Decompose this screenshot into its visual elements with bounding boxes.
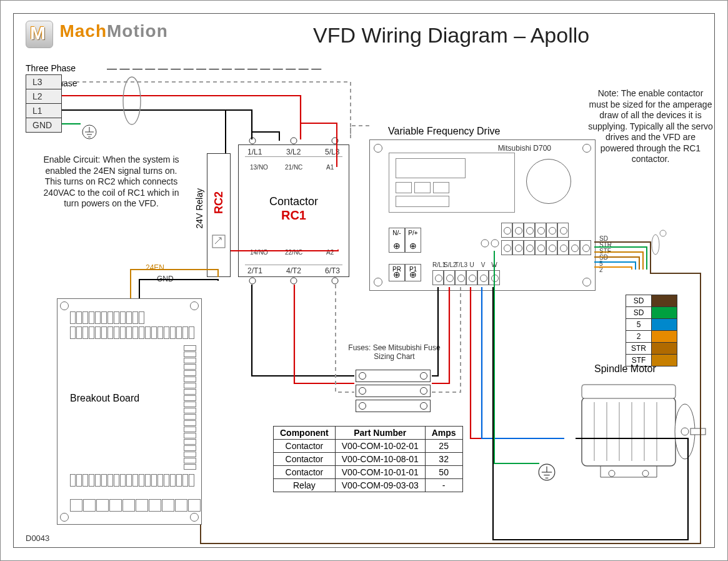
- contactor-term-a2: A2: [326, 249, 334, 256]
- relay-id: RC2: [212, 191, 226, 214]
- contactor-top-studs-icon: [239, 136, 349, 145]
- terminal-l1: L1: [26, 104, 61, 118]
- contactor-term-21nc: 21/NC: [285, 164, 302, 171]
- screw-icon: [190, 301, 199, 310]
- pin-header-icon: [70, 326, 194, 339]
- contactor-term-5l3: 5/L3: [325, 148, 339, 156]
- table-row: ContactorV00-COM-10-02-0125: [274, 440, 463, 453]
- relay-label: 24V Relay: [194, 188, 204, 231]
- svg-point-11: [332, 278, 338, 284]
- vfd-term-rl1: R/L1: [432, 261, 444, 268]
- contactor-sizing-note: Note: The enable contactor must be sized…: [588, 88, 713, 165]
- relay-arrow-icon: [211, 234, 226, 249]
- vfd-dc-terminals: N/- P/+: [389, 228, 421, 253]
- screw-icon: [582, 144, 591, 153]
- three-phase-label: Three Phase: [26, 63, 76, 73]
- svg-point-25: [609, 470, 615, 477]
- svg-rect-14: [582, 397, 676, 466]
- svg-point-9: [249, 278, 256, 284]
- pin-header-icon: [70, 474, 194, 487]
- legend-row: STR: [626, 343, 652, 355]
- legend-row: SD: [626, 295, 652, 307]
- fuse-caption: Fuses: See Mitsubishi Fuse Sizing Chart: [338, 343, 451, 361]
- breakout-title: Breakout Board: [70, 393, 139, 404]
- contactor-term-14no: 14/NO: [250, 249, 268, 256]
- ground-icon: [82, 124, 97, 139]
- screw-icon: [374, 144, 382, 153]
- spindle-motor-icon: [563, 378, 707, 485]
- svg-rect-5: [212, 235, 225, 248]
- contactor-term-13no: 13/NO: [250, 164, 268, 171]
- svg-point-10: [291, 278, 297, 284]
- svg-rect-15: [582, 385, 676, 398]
- contactor-bot-studs-icon: [239, 276, 349, 285]
- legend-row: 2: [626, 331, 652, 343]
- document-id: D0043: [26, 533, 49, 543]
- logo-text-2: Motion: [107, 21, 168, 41]
- contactor-title: Contactor: [239, 195, 349, 208]
- table-row: RelayV00-COM-09-03-03-: [274, 479, 463, 492]
- power-terminal-block: L3 L2 L1 GND: [26, 74, 62, 133]
- signal-legend: SD SD 5 2 STR STF: [626, 295, 677, 366]
- contactor-id: RC1: [239, 208, 349, 223]
- vfd-term-w: W: [489, 261, 500, 268]
- vfd-ground-screws-icon: [480, 238, 500, 249]
- contactor-term-a1: A1: [326, 164, 334, 171]
- legend-swatch: [652, 307, 677, 319]
- vfd-term-nminus: N/-: [389, 228, 405, 253]
- legend-swatch: [652, 295, 677, 307]
- relay-rc2: RC2: [207, 153, 231, 277]
- legend-swatch: [652, 319, 677, 331]
- legend-swatch: [652, 331, 677, 343]
- legend-swatch: [652, 343, 677, 355]
- svg-point-26: [642, 470, 649, 477]
- vfd-model: Mitsubishi D700: [498, 144, 551, 153]
- table-header: Part Number: [335, 427, 425, 440]
- table-row: ContactorV00-COM-10-01-0150: [274, 466, 463, 479]
- contactor-term-4t2: 4/T2: [286, 266, 301, 275]
- screw-icon: [190, 513, 199, 522]
- svg-point-6: [249, 138, 256, 144]
- breakout-board: Breakout Board: [57, 298, 202, 525]
- vfd-signal-labels: SD STR STF SD 5 2: [599, 236, 612, 273]
- terminal-l2: L2: [26, 89, 61, 104]
- vfd-term-u: U: [466, 261, 477, 268]
- fuse-icon: [356, 370, 431, 382]
- svg-point-13: [491, 240, 499, 247]
- svg-point-12: [481, 240, 489, 247]
- contactor-term-22nc: 22/NC: [285, 249, 302, 256]
- vfd-knob-icon: [526, 159, 571, 204]
- vfd-term-pplus: P/+: [405, 228, 421, 253]
- logo-badge-icon: [26, 21, 53, 48]
- fuse-icon: [356, 400, 431, 412]
- contactor-term-1l1: 1/L1: [247, 148, 262, 156]
- contactor-term-2t1: 2/T1: [247, 266, 262, 275]
- screw-icon: [60, 301, 69, 310]
- enable-circuit-note: Enable Circuit: When the system is enabl…: [39, 154, 183, 210]
- logo-text-1: Mach: [59, 21, 107, 41]
- vfd-display-panel: [389, 153, 515, 213]
- contactor-term-3l2: 3/L2: [286, 148, 301, 156]
- legend-row: 5: [626, 319, 652, 331]
- logo: MachMotion: [26, 21, 168, 48]
- table-row: ContactorV00-COM-10-08-0132: [274, 453, 463, 466]
- vfd-term-sl2: S/L2: [444, 261, 455, 268]
- terminal-gnd: GND: [26, 118, 61, 132]
- ground-icon: [538, 463, 556, 481]
- vfd-aux-terminals: PR P1: [389, 264, 421, 281]
- svg-rect-24: [691, 428, 706, 435]
- vfd-term-tl3: T/L3: [455, 261, 466, 268]
- pin-header-icon: [70, 311, 144, 324]
- pin-header-icon: [184, 345, 196, 470]
- screw-icon: [582, 278, 591, 286]
- vfd-signal-row-b: [501, 240, 591, 255]
- wire-24en-label: 24EN: [146, 263, 164, 272]
- vfd-term-v: V: [477, 261, 489, 268]
- page-title: VFD Wiring Diagram – Apollo: [313, 23, 589, 48]
- svg-point-23: [681, 428, 689, 435]
- terminal-l3: L3: [26, 75, 61, 89]
- vfd-power-row: [432, 270, 500, 285]
- pin-header-icon: [70, 499, 201, 512]
- vfd-term-pr: PR: [389, 264, 405, 281]
- vfd-term-p1: P1: [405, 264, 421, 281]
